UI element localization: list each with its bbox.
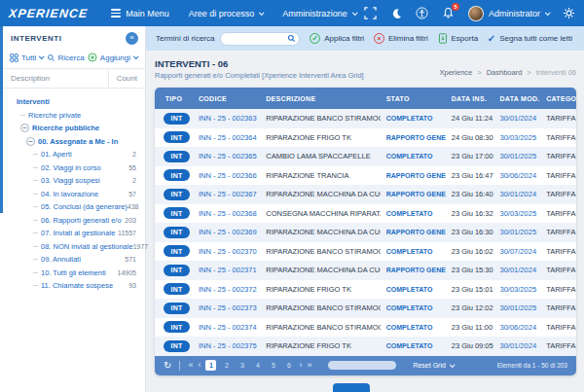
tree-item[interactable]: 11. Chiamate sospese93 bbox=[7, 279, 140, 293]
tree-item[interactable]: 10. Tutti gli elementi14905 bbox=[7, 267, 140, 280]
item-count: 571 bbox=[125, 256, 140, 263]
cell-codice[interactable]: INN - 25 - 002368 bbox=[193, 209, 260, 218]
bottom-panel-handle[interactable] bbox=[333, 383, 370, 392]
cell-codice[interactable]: INN - 25 - 002371 bbox=[193, 266, 260, 274]
tree-item[interactable]: 04. In lavorazione57 bbox=[7, 188, 140, 201]
table-row[interactable]: INT INN - 25 - 002371 RIPARAZIONE MACCHI… bbox=[155, 261, 576, 280]
page-number-button[interactable]: 6 bbox=[283, 360, 294, 371]
refresh-icon[interactable]: ↻ bbox=[164, 361, 171, 371]
cell-codice[interactable]: INN - 25 - 002373 bbox=[193, 303, 260, 312]
filter-toolbar: Termini di ricerca ✓ Applica filtri × El… bbox=[146, 26, 584, 51]
search-label: Ricerca bbox=[58, 53, 85, 62]
table-row[interactable]: INT INN - 25 - 002373 RIPARAZIONE BANCO … bbox=[155, 299, 576, 318]
accessibility-icon[interactable] bbox=[416, 7, 428, 19]
count-column-header[interactable]: Count bbox=[108, 69, 145, 88]
cell-codice[interactable]: INN - 25 - 002372 bbox=[193, 285, 260, 294]
fullscreen-icon[interactable] bbox=[364, 7, 377, 19]
table-row[interactable]: INT INN - 25 - 002367 RIPARAZIONE MACCHI… bbox=[155, 185, 576, 204]
cell-codice[interactable]: INN - 25 - 002366 bbox=[193, 171, 260, 180]
breadcrumb-section[interactable]: Dashboard bbox=[487, 68, 523, 77]
table-row[interactable]: INT INN - 25 - 002372 RIPARAZIONE FRIGO … bbox=[155, 280, 576, 300]
column-header-data-ins[interactable]: DATA INS. bbox=[446, 95, 494, 102]
cell-codice[interactable]: INN - 25 - 002375 bbox=[193, 341, 260, 350]
table-row[interactable]: INT INN - 25 - 002364 RIPARAZIONE FRIGO … bbox=[155, 128, 576, 148]
sidebar-all-dropdown[interactable]: Tutti bbox=[10, 53, 43, 62]
table-row[interactable]: INT INN - 25 - 002375 RIPARAZIONE FRIGO … bbox=[155, 337, 576, 356]
cell-codice[interactable]: INN - 25 - 002369 bbox=[193, 228, 260, 236]
tree-item[interactable]: 06. Rapporti generati e/o203 bbox=[7, 214, 140, 228]
page-number-button[interactable]: 1 bbox=[205, 360, 216, 371]
table-row[interactable]: INT INN - 25 - 002374 RIPARAZIONE BANCO … bbox=[155, 318, 576, 338]
table-row[interactable]: INT INN - 25 - 002368 CONSEGNA MACCHINA … bbox=[155, 204, 576, 224]
table-row[interactable]: INT INN - 25 - 002363 RIPARAZIONE BANCO … bbox=[155, 109, 576, 128]
notifications-bell-icon[interactable]: 5 bbox=[442, 7, 455, 19]
tree-node-private[interactable]: Ricerche private bbox=[7, 109, 140, 123]
tree-item[interactable]: 05. Conclusi (da generare)438 bbox=[7, 200, 140, 214]
collapse-node-icon[interactable]: − bbox=[26, 137, 35, 146]
page-number-button[interactable]: 5 bbox=[268, 360, 278, 371]
tree-node-public[interactable]: −Ricerche pubbliche bbox=[7, 122, 140, 135]
menu-administration[interactable]: Amministrazione bbox=[282, 9, 356, 18]
main-menu-button[interactable]: Main Menu bbox=[111, 9, 169, 18]
sidebar-collapse-button[interactable]: « bbox=[126, 32, 138, 45]
sidebar-add-dropdown[interactable]: Aggiungi bbox=[88, 53, 137, 62]
cell-codice[interactable]: INN - 25 - 002363 bbox=[193, 114, 260, 123]
tree-item[interactable]: 08. NON inviati al gestionale1977 bbox=[7, 240, 140, 254]
page-number-button[interactable]: 2 bbox=[221, 360, 232, 371]
first-page-button[interactable]: « bbox=[188, 361, 193, 370]
page-number-button[interactable]: 3 bbox=[237, 360, 247, 371]
table-row[interactable]: INT INN - 25 - 002365 CAMBIO LAMA SPACCA… bbox=[155, 147, 576, 166]
column-header-codice[interactable]: CODICE bbox=[193, 95, 260, 102]
cell-categoria: TARIFFA BASE bbox=[540, 285, 576, 294]
tree-item[interactable]: 09. Annullati571 bbox=[7, 253, 140, 267]
cell-stato: COMPLETATO bbox=[381, 304, 446, 311]
item-count: 438 bbox=[128, 203, 143, 210]
cell-codice[interactable]: INN - 25 - 002374 bbox=[193, 323, 260, 332]
sidebar-search-button[interactable]: Ricerca bbox=[47, 53, 85, 62]
item-count: 93 bbox=[128, 282, 140, 289]
column-header-tipo[interactable]: TIPO bbox=[155, 95, 193, 102]
breadcrumb-home[interactable]: Xperience bbox=[439, 68, 472, 77]
menu-process-areas[interactable]: Aree di processo bbox=[189, 9, 264, 18]
tree-item[interactable]: 07. Inviati al gestionale11557 bbox=[7, 227, 140, 240]
table-row[interactable]: INT INN - 25 - 002369 RIPARAZIONE MACCHI… bbox=[155, 223, 576, 242]
reset-grid-button[interactable]: Reset Grid bbox=[413, 362, 453, 369]
tree-item[interactable]: 01. Aperti2 bbox=[7, 148, 140, 161]
prev-page-button[interactable]: ‹ bbox=[198, 361, 201, 370]
tree-node-group[interactable]: −00. Assegnate a Me - In bbox=[7, 135, 140, 149]
settings-gear-icon[interactable] bbox=[563, 7, 575, 19]
cell-descrizione: RIPARAZIONE BANCO STIRAMOCASSINI bbox=[260, 303, 380, 312]
cell-codice[interactable]: INN - 25 - 002370 bbox=[193, 247, 260, 256]
clear-filters-button[interactable]: × Elimina filtri bbox=[374, 33, 428, 44]
cell-data-ins: 23 Giu 16:30 bbox=[446, 228, 494, 236]
table-row[interactable]: INT INN - 25 - 002366 RIPARAZIONE TRANCI… bbox=[155, 166, 576, 186]
user-menu[interactable]: Administrator bbox=[468, 6, 549, 21]
last-page-button[interactable]: » bbox=[307, 361, 311, 370]
breadcrumb-current: Interventi 06 bbox=[536, 68, 576, 77]
tree-node-root[interactable]: Interventi bbox=[7, 95, 140, 109]
page-number-button[interactable]: 4 bbox=[252, 360, 263, 371]
cell-codice[interactable]: INN - 25 - 002367 bbox=[193, 190, 260, 198]
export-file-icon bbox=[438, 33, 448, 44]
column-header-stato[interactable]: STATO bbox=[381, 95, 446, 102]
item-count: 57 bbox=[128, 191, 140, 197]
type-badge: INT bbox=[164, 321, 189, 333]
dark-mode-moon-icon[interactable] bbox=[390, 8, 402, 19]
cell-codice[interactable]: INN - 25 - 002364 bbox=[193, 133, 260, 142]
column-header-categoria[interactable]: CATEGORIA bbox=[540, 95, 576, 102]
column-header-data-mod[interactable]: DATA MOD. bbox=[494, 95, 541, 102]
cell-data-ins: 24 Giu 08:30 bbox=[446, 133, 494, 142]
collapse-node-icon[interactable]: − bbox=[20, 124, 29, 132]
horizontal-scrollbar-thumb[interactable] bbox=[328, 361, 396, 370]
column-header-descrizione[interactable]: DESCRIZIONE bbox=[260, 95, 380, 102]
tree-item[interactable]: 03. Viaggi sospesi2 bbox=[7, 174, 140, 188]
mark-all-read-button[interactable]: ✓ Segna tutti come letti bbox=[488, 34, 572, 44]
cell-codice[interactable]: INN - 25 - 002365 bbox=[193, 152, 260, 160]
cell-data-ins: 24 Giu 11:24 bbox=[446, 114, 494, 123]
table-row[interactable]: INT INN - 25 - 002370 RIPARAZIONE BANCO … bbox=[155, 242, 576, 262]
description-column-header[interactable]: Description bbox=[0, 69, 108, 88]
export-button[interactable]: Esporta bbox=[438, 33, 479, 44]
tree-item[interactable]: 02. Viaggi in corso55 bbox=[7, 161, 140, 175]
apply-filters-button[interactable]: ✓ Applica filtri bbox=[310, 33, 364, 44]
next-page-button[interactable]: › bbox=[299, 361, 302, 370]
